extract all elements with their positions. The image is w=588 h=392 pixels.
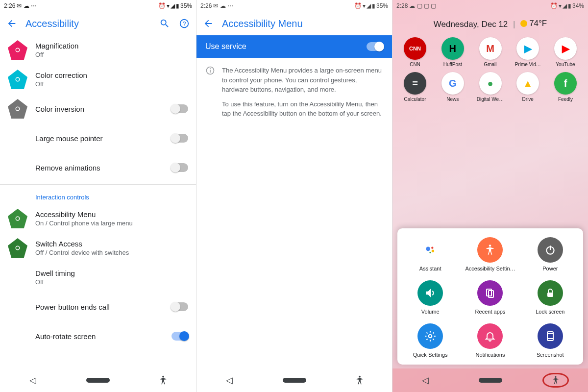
app-news[interactable]: G News bbox=[437, 72, 468, 102]
svg-point-7 bbox=[162, 376, 164, 378]
nav-back[interactable]: ◁ bbox=[21, 372, 45, 388]
setting-large-mouse-pointer[interactable]: Large mouse pointer bbox=[0, 123, 196, 153]
sun-icon bbox=[520, 20, 527, 27]
nav-accessibility-button[interactable] bbox=[151, 372, 175, 388]
accessibility-settings-screen: 2:26 ✉ ☁ ⋯ ⏰ ▾ ◢ ▮ 35% Accessibility ? bbox=[0, 0, 196, 392]
nav-bar: ◁ bbox=[196, 368, 392, 392]
nav-home[interactable] bbox=[479, 372, 502, 388]
use-service-row[interactable]: Use service bbox=[196, 35, 392, 58]
date-text: Wednesday, Dec 12 bbox=[434, 20, 508, 29]
nav-accessibility-button[interactable] bbox=[348, 372, 371, 388]
eyedropper-icon bbox=[8, 70, 27, 89]
svg-text:?: ? bbox=[183, 21, 186, 27]
svg-point-6 bbox=[16, 246, 20, 250]
nav-bar: ◁ bbox=[392, 368, 588, 392]
home-screen-with-a11y-menu: 2:28 ☁ ▢ ▢ ▢ ⏰ ▾ ◢ ▮ 34% Wednesday, Dec … bbox=[392, 0, 588, 392]
app-gmail[interactable]: M Gmail bbox=[475, 37, 506, 67]
wifi-icon: ▾ bbox=[167, 2, 170, 9]
svg-point-26 bbox=[555, 376, 556, 378]
setting-dwell-timing[interactable]: Dwell timingOff bbox=[0, 263, 196, 292]
setting-accessibility-menu[interactable]: Accessibility MenuOn / Control phone via… bbox=[0, 204, 196, 233]
app-bar: Accessibility ? bbox=[0, 12, 196, 35]
toggle[interactable] bbox=[172, 163, 188, 172]
battery-icon: ▮ bbox=[372, 2, 375, 9]
svg-point-14 bbox=[432, 249, 434, 252]
nav-home[interactable] bbox=[283, 372, 306, 388]
info-icon bbox=[205, 66, 215, 75]
nav-home[interactable] bbox=[86, 372, 110, 388]
app-icon: f bbox=[554, 72, 577, 95]
svg-point-12 bbox=[426, 247, 430, 251]
setting-remove-animations[interactable]: Remove animations bbox=[0, 153, 196, 182]
setting-power-button-ends-call[interactable]: Power button ends call bbox=[0, 292, 196, 321]
battery-pct: 34% bbox=[572, 2, 584, 9]
app-cnn[interactable]: CNN CNN bbox=[399, 37, 431, 67]
signal-icon: ◢ bbox=[367, 2, 371, 9]
app-prime-vid-[interactable]: ▶ Prime Vid… bbox=[512, 37, 543, 67]
a11y-menu-settings[interactable]: Quick Settings bbox=[402, 323, 458, 358]
a11y-icon bbox=[477, 237, 503, 263]
svg-point-3 bbox=[16, 77, 20, 81]
toggle[interactable] bbox=[172, 134, 188, 143]
app-drive[interactable]: ▲ Drive bbox=[512, 72, 543, 102]
wifi-icon: ▾ bbox=[363, 2, 366, 9]
signal-icon: ◢ bbox=[563, 2, 567, 9]
svg-point-22 bbox=[429, 335, 432, 338]
setting-auto-rotate-screen[interactable]: Auto-rotate screen bbox=[0, 321, 196, 351]
app-youtube[interactable]: ▶ YouTube bbox=[550, 37, 581, 67]
section-interaction-controls: Interaction controls bbox=[0, 187, 196, 204]
svg-point-11 bbox=[359, 376, 361, 378]
nav-back[interactable]: ◁ bbox=[218, 372, 241, 388]
app-icon: ▲ bbox=[516, 72, 539, 95]
app-icon: M bbox=[479, 37, 502, 60]
alarm-icon: ⏰ bbox=[354, 2, 362, 9]
a11y-menu-assistant[interactable]: Assistant bbox=[402, 237, 458, 271]
page-title: Accessibility Menu bbox=[222, 18, 386, 29]
nav-accessibility-button[interactable] bbox=[544, 372, 567, 388]
service-description: The Accessibility Menu provides a large … bbox=[196, 58, 392, 131]
setting-color-inversion[interactable]: Color inversion bbox=[0, 94, 196, 123]
weather: 74°F bbox=[520, 19, 547, 28]
a11y-menu-screenshot[interactable]: Screenshot bbox=[522, 323, 578, 358]
back-button[interactable] bbox=[202, 18, 214, 29]
app-icon: ▶ bbox=[516, 37, 539, 60]
use-service-toggle[interactable] bbox=[367, 42, 383, 51]
info-paragraph-2: To use this feature, turn on the Accessi… bbox=[222, 99, 383, 119]
magnify-icon bbox=[8, 40, 27, 60]
app-digital-we-[interactable]: ● Digital We… bbox=[475, 72, 506, 102]
svg-rect-9 bbox=[210, 70, 211, 73]
app-grid: CNN CNN H HuffPost M Gmail ▶ Prime Vid… … bbox=[392, 34, 588, 110]
accessibility-menu-screen: 2:26 ✉ ☁ ⋯ ⏰ ▾ ◢ ▮ 35% Accessibility Men… bbox=[196, 0, 392, 392]
search-icon[interactable] bbox=[159, 18, 171, 29]
svg-rect-23 bbox=[547, 332, 553, 341]
a11y-menu-volume[interactable]: Volume bbox=[402, 280, 458, 315]
a11y-menu-bell[interactable]: Notifications bbox=[462, 323, 518, 358]
app-icon: ● bbox=[479, 72, 502, 95]
a11y-menu-lock[interactable]: Lock screen bbox=[522, 280, 578, 315]
app-calculator[interactable]: = Calculator bbox=[399, 72, 431, 102]
lock-icon bbox=[538, 280, 563, 306]
app-feedly[interactable]: f Feedly bbox=[550, 72, 581, 102]
svg-point-5 bbox=[16, 217, 20, 220]
toggle[interactable] bbox=[172, 332, 188, 341]
a11y-menu-a11y[interactable]: Accessibility Settin… bbox=[462, 237, 518, 271]
svg-point-4 bbox=[16, 107, 20, 111]
setting-color-correction[interactable]: Color correctionOff bbox=[0, 65, 196, 94]
svg-point-13 bbox=[431, 247, 433, 249]
app-icon: G bbox=[441, 72, 464, 95]
app-huffpost[interactable]: H HuffPost bbox=[437, 37, 468, 67]
toggle[interactable] bbox=[172, 104, 188, 113]
status-bar: 2:28 ☁ ▢ ▢ ▢ ⏰ ▾ ◢ ▮ 34% bbox=[392, 0, 588, 12]
a11y-menu-recents[interactable]: Recent apps bbox=[462, 280, 518, 315]
setting-magnification[interactable]: MagnificationOff bbox=[0, 35, 196, 65]
help-icon[interactable]: ? bbox=[178, 18, 190, 29]
back-button[interactable] bbox=[6, 18, 18, 29]
home-content: Wednesday, Dec 12 | 74°F CNN CNN H HuffP… bbox=[392, 12, 588, 368]
app-bar: Accessibility Menu bbox=[196, 12, 392, 35]
status-time: 2:28 bbox=[396, 2, 408, 9]
date-weather-widget[interactable]: Wednesday, Dec 12 | 74°F bbox=[392, 12, 588, 34]
nav-back[interactable]: ◁ bbox=[414, 372, 437, 388]
setting-switch-access[interactable]: Switch AccessOff / Control device with s… bbox=[0, 233, 196, 263]
toggle[interactable] bbox=[172, 302, 188, 311]
a11y-menu-power[interactable]: Power bbox=[522, 237, 578, 271]
